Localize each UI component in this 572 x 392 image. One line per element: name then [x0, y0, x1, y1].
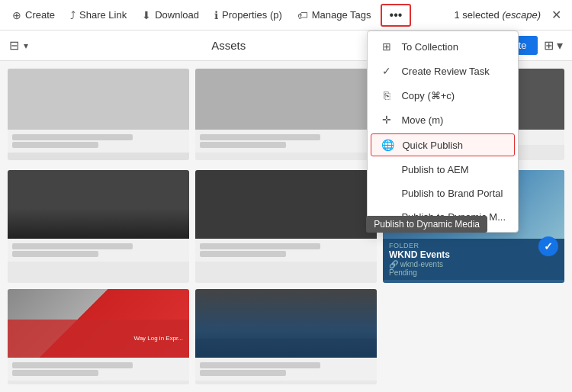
- publish-icon: 🌐: [381, 139, 394, 151]
- review-icon: ✓: [380, 65, 394, 77]
- copy-icon: ⎘: [380, 89, 394, 101]
- dropdown-menu: ⊞ To Collection ✓ Create Review Task ⎘ C…: [367, 31, 519, 233]
- folder-name-label: WKND Events: [389, 249, 558, 260]
- tag-icon: 🏷: [297, 9, 308, 21]
- tooltip: Publish to Dynamic Media: [366, 216, 487, 233]
- link-icon: 🔗: [389, 260, 398, 268]
- collection-icon: ⊞: [380, 40, 394, 53]
- more-options-button[interactable]: •••: [381, 4, 412, 27]
- asset-card[interactable]: [195, 170, 377, 284]
- panel-toggle[interactable]: ⊟ ▾: [9, 38, 28, 53]
- asset-card-placeholder: [383, 289, 564, 327]
- menu-item-move[interactable]: ✛ Move (m): [368, 108, 518, 132]
- asset-card[interactable]: [8, 170, 189, 284]
- asset-card[interactable]: [8, 69, 189, 160]
- folder-status: Pending: [389, 268, 558, 277]
- create-button[interactable]: ⊕ Create: [6, 6, 61, 24]
- menu-item-quick-publish[interactable]: 🌐 Quick Publish: [371, 133, 515, 156]
- create-icon: ⊕: [12, 9, 21, 21]
- manage-tags-button[interactable]: 🏷 Manage Tags: [291, 6, 378, 24]
- selection-info: 1 selected (escape) ✕: [455, 5, 566, 25]
- menu-item-to-collection[interactable]: ⊞ To Collection: [368, 34, 518, 59]
- menu-item-publish-aem[interactable]: Publish to AEM: [368, 158, 518, 182]
- toolbar: ⊕ Create ⤴ Share Link ⬇ Download ℹ Prope…: [0, 0, 572, 31]
- assets-title: Assets: [34, 39, 423, 52]
- download-button[interactable]: ⬇ Download: [136, 6, 205, 24]
- menu-item-create-review[interactable]: ✓ Create Review Task: [368, 59, 518, 83]
- panel-chevron-icon: ▾: [24, 40, 28, 51]
- properties-button[interactable]: ℹ Properties (p): [208, 6, 288, 24]
- download-icon: ⬇: [142, 9, 151, 21]
- asset-card[interactable]: Way Log in Expr...: [8, 289, 189, 384]
- folder-path-label: 🔗 wknd-events: [389, 260, 558, 268]
- panel-icon: ⊟: [9, 38, 19, 53]
- share-icon: ⤴: [70, 9, 76, 21]
- asset-card[interactable]: [195, 289, 377, 384]
- close-selection-button[interactable]: ✕: [547, 5, 566, 25]
- share-link-button[interactable]: ⤴ Share Link: [64, 6, 133, 24]
- menu-item-copy[interactable]: ⎘ Copy (⌘+c): [368, 83, 518, 108]
- grid-view-icon[interactable]: ⊞ ▾: [544, 38, 563, 53]
- move-icon: ✛: [380, 114, 394, 126]
- folder-type-label: FOLDER: [389, 242, 558, 249]
- menu-item-publish-brand-portal[interactable]: Publish to Brand Portal: [368, 182, 518, 205]
- info-icon: ℹ: [214, 9, 218, 21]
- asset-card[interactable]: [195, 69, 377, 160]
